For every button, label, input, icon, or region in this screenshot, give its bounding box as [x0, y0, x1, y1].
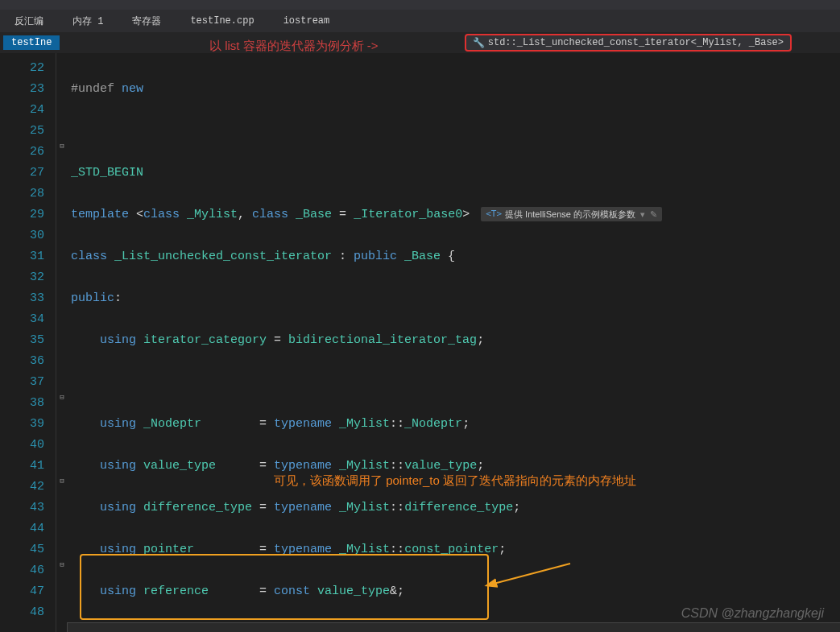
line-number: 27	[0, 163, 44, 184]
svg-line-0	[494, 564, 570, 584]
line-number: 28	[0, 184, 44, 204]
tab-testine[interactable]: testIne.cpp	[176, 10, 268, 32]
fold-icon[interactable]: ⊟	[56, 560, 68, 581]
line-number: 39	[0, 414, 44, 435]
line-number: 25	[0, 121, 44, 142]
cursor-line	[68, 623, 840, 632]
code-content[interactable]: #undef new _STD_BEGIN template <class _M…	[68, 53, 840, 632]
line-number: 22	[0, 58, 44, 79]
highlight-box	[80, 554, 489, 620]
line-number: 48	[0, 602, 44, 623]
tab-memory[interactable]: 内存 1	[58, 10, 118, 32]
dropdown-icon: ▾	[640, 204, 645, 225]
wrench-icon: 🔧	[473, 37, 485, 49]
line-number: 30	[0, 225, 44, 246]
line-number: 45	[0, 539, 44, 560]
line-number: 35	[0, 330, 44, 351]
fold-column: ⊟ ⊟ ⊟ ⊟	[56, 53, 68, 632]
fold-icon[interactable]: ⊟	[56, 142, 68, 163]
line-number: 36	[0, 351, 44, 372]
line-number: 46	[0, 560, 44, 581]
line-number: 32	[0, 267, 44, 288]
line-number: 26	[0, 142, 44, 163]
tab-registers[interactable]: 寄存器	[118, 10, 176, 32]
annotation-mid: 可见，该函数调用了 pointer_to 返回了迭代器指向的元素的内存地址	[274, 473, 636, 489]
tab-disassembly[interactable]: 反汇编	[0, 10, 58, 32]
line-number: 38	[0, 393, 44, 414]
intellisense-hint[interactable]: <T>提供 IntelliSense 的示例模板参数▾✎	[481, 207, 662, 221]
line-number: 23	[0, 79, 44, 100]
line-number: 24	[0, 100, 44, 121]
pencil-icon: ✎	[650, 204, 657, 225]
title-bar	[0, 0, 840, 10]
nav-bar: testIne 🔧 std::_List_unchecked_const_ite…	[0, 32, 840, 53]
fold-icon[interactable]: ⊟	[56, 393, 68, 414]
arrow-icon	[482, 560, 578, 592]
tab-iostream[interactable]: iostream	[269, 10, 345, 32]
scope-dropdown[interactable]: 🔧 std::_List_unchecked_const_iterator<_M…	[465, 34, 792, 52]
editor[interactable]: 22 23 24 25 26 27 28 29 30 31 32 33 34 3…	[0, 53, 840, 632]
line-number: 43	[0, 498, 44, 518]
line-number: 42	[0, 477, 44, 498]
line-number: 31	[0, 246, 44, 267]
line-number: 37	[0, 372, 44, 393]
scope-label: std::_List_unchecked_const_iterator<_Myl…	[488, 37, 784, 48]
annotation-top: 以 list 容器的迭代器为例分析 ->	[209, 39, 379, 54]
line-number: 41	[0, 456, 44, 477]
file-badge[interactable]: testIne	[3, 35, 60, 50]
line-number: 34	[0, 309, 44, 330]
line-number: 47	[0, 581, 44, 602]
line-number: 44	[0, 518, 44, 539]
fold-icon[interactable]: ⊟	[56, 477, 68, 498]
watermark: CSDN @zhangzhangkeji	[681, 606, 824, 621]
tab-bar: 反汇编 内存 1 寄存器 testIne.cpp iostream	[0, 10, 840, 32]
line-number: 40	[0, 435, 44, 456]
line-number: 33	[0, 288, 44, 309]
line-number: 29	[0, 204, 44, 225]
line-gutter: 22 23 24 25 26 27 28 29 30 31 32 33 34 3…	[0, 53, 56, 632]
